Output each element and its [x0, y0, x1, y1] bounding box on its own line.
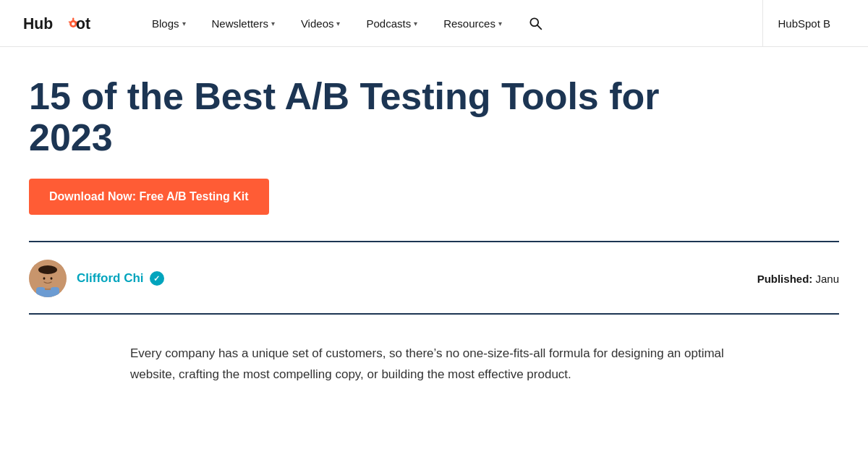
- search-icon: [528, 16, 542, 30]
- avatar: [29, 260, 67, 297]
- svg-point-13: [38, 265, 57, 274]
- published-date: Published: Janu: [757, 273, 839, 285]
- verified-badge: ✓: [150, 271, 164, 286]
- chevron-down-icon: ▾: [498, 20, 502, 27]
- nav-hubspot-right[interactable]: HubSpot B: [762, 0, 845, 47]
- main-navigation: Hub ot Blogs ▾ Newsletters ▾: [0, 0, 868, 47]
- nav-podcasts[interactable]: Podcasts ▾: [353, 0, 430, 47]
- cta-download-button[interactable]: Download Now: Free A/B Testing Kit: [29, 179, 269, 215]
- article-header: 15 of the Best A/B Testing Tools for 202…: [0, 47, 868, 315]
- svg-point-15: [51, 278, 53, 281]
- article-body: Every company has a unique set of custom…: [0, 344, 868, 414]
- chevron-down-icon: ▾: [271, 20, 275, 27]
- svg-text:Hub: Hub: [23, 15, 53, 32]
- author-name-block: Clifford Chi ✓: [77, 271, 164, 286]
- nav-blogs[interactable]: Blogs ▾: [139, 0, 199, 47]
- svg-point-14: [43, 278, 46, 281]
- nav-menu: Blogs ▾ Newsletters ▾ Videos ▾ Podcasts …: [139, 0, 762, 47]
- nav-newsletters[interactable]: Newsletters ▾: [199, 0, 288, 47]
- svg-line-8: [537, 25, 541, 29]
- nav-resources[interactable]: Resources ▾: [430, 0, 515, 47]
- author-row: Clifford Chi ✓ Published: Janu: [29, 260, 839, 315]
- svg-text:ot: ot: [76, 15, 90, 32]
- chevron-down-icon: ▾: [336, 20, 340, 27]
- author-name-link[interactable]: Clifford Chi: [77, 271, 144, 286]
- chevron-down-icon: ▾: [182, 20, 186, 27]
- search-button[interactable]: [515, 0, 556, 47]
- chevron-down-icon: ▾: [414, 20, 417, 27]
- author-info: Clifford Chi ✓: [29, 260, 164, 297]
- svg-line-5: [69, 22, 71, 22]
- article-title: 15 of the Best A/B Testing Tools for 202…: [29, 76, 680, 158]
- svg-point-2: [72, 22, 75, 25]
- nav-videos[interactable]: Videos ▾: [288, 0, 354, 47]
- intro-paragraph: Every company has a unique set of custom…: [130, 344, 738, 385]
- section-divider: [29, 241, 839, 242]
- hubspot-logo[interactable]: Hub ot: [23, 11, 110, 36]
